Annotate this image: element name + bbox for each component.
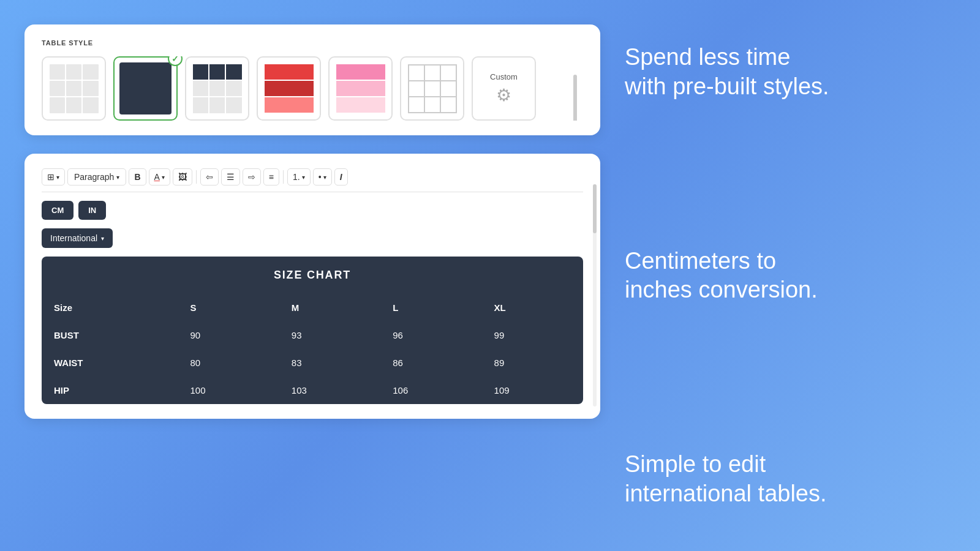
editor-toolbar: ⊞ ▾ Paragraph ▾ B A ▾ 🖼	[42, 168, 583, 192]
custom-label: Custom	[490, 72, 518, 81]
font-color-button[interactable]: A ▾	[149, 168, 170, 186]
size-chart-table: SIZE CHART Size S M L XL BUST 90 93	[42, 257, 583, 404]
feature-text-2: Centimeters toinches conversion.	[625, 247, 818, 305]
align-center-icon: ☰	[227, 172, 235, 182]
feature-text-3: Simple to editinternational tables.	[625, 450, 827, 508]
editor-scroll-bar[interactable]	[593, 184, 597, 407]
waist-s: 80	[178, 349, 279, 377]
panel-label: TABLE STYLE	[42, 39, 583, 47]
main-layout: TABLE STYLE	[0, 24, 980, 527]
hip-s: 100	[178, 377, 279, 404]
chart-title-row: SIZE CHART	[42, 257, 583, 294]
paragraph-label: Paragraph	[74, 172, 114, 182]
international-label: International	[50, 233, 97, 243]
chart-title: SIZE CHART	[42, 257, 583, 294]
waist-row: WAIST 80 83 86 89	[42, 349, 583, 377]
hip-m: 103	[279, 377, 380, 404]
table-icon: ⊞	[47, 172, 55, 182]
unit-buttons: CM IN	[42, 201, 583, 220]
style-option-header[interactable]	[185, 56, 249, 121]
table-style-panel: TABLE STYLE	[24, 24, 600, 135]
ordered-list-icon: 1.	[293, 172, 300, 182]
align-justify-button[interactable]: ≡	[263, 168, 279, 186]
right-column: Spend less timewith pre-built styles. Ce…	[625, 24, 956, 527]
feature-text-1: Spend less timewith pre-built styles.	[625, 43, 829, 101]
col-header-l: L	[380, 294, 481, 321]
pink-preview	[336, 64, 385, 113]
unordered-list-arrow: ▾	[323, 174, 326, 181]
font-color-arrow: ▾	[162, 174, 165, 181]
separator-1	[196, 170, 197, 184]
paragraph-dropdown[interactable]: Paragraph ▾	[67, 168, 126, 186]
red-preview	[265, 64, 314, 113]
paragraph-arrow: ▾	[116, 174, 119, 181]
separator-2	[283, 170, 284, 184]
editor-content: CM IN International ▾ SIZE CHART Siz	[42, 201, 583, 404]
align-right-button[interactable]: ⇨	[243, 168, 261, 186]
cm-button[interactable]: CM	[42, 201, 74, 220]
hip-l: 106	[380, 377, 481, 404]
align-right-icon: ⇨	[248, 172, 255, 182]
hip-label: HIP	[42, 377, 178, 404]
style-option-red[interactable]	[257, 56, 321, 121]
editor-scroll-thumb	[593, 184, 597, 233]
font-color-icon: A	[154, 172, 160, 182]
bust-m: 93	[279, 321, 380, 349]
col-header-xl: XL	[482, 294, 583, 321]
bold-icon: B	[134, 172, 140, 182]
bust-s: 90	[178, 321, 279, 349]
image-button[interactable]: 🖼	[173, 168, 192, 186]
header-row: Size S M L XL	[42, 294, 583, 321]
bust-label: BUST	[42, 321, 178, 349]
gear-icon: ⚙	[496, 85, 511, 105]
italic-button[interactable]: I	[334, 168, 348, 186]
waist-label: WAIST	[42, 349, 178, 377]
unordered-list-icon: •	[318, 172, 322, 182]
style-scroll-area: ✓	[42, 56, 583, 121]
ordered-list-arrow: ▾	[302, 174, 305, 181]
dark-preview	[119, 62, 172, 114]
style-option-custom[interactable]: Custom ⚙	[472, 56, 536, 121]
feature-block-1: Spend less timewith pre-built styles.	[625, 31, 956, 113]
col-header-s: S	[178, 294, 279, 321]
style-option-dark[interactable]: ✓	[113, 56, 178, 121]
bust-l: 96	[380, 321, 481, 349]
waist-l: 86	[380, 349, 481, 377]
bold-button[interactable]: B	[129, 168, 146, 186]
hip-row: HIP 100 103 106 109	[42, 377, 583, 404]
waist-xl: 89	[482, 349, 583, 377]
editor-panel: ⊞ ▾ Paragraph ▾ B A ▾ 🖼	[24, 154, 600, 419]
waist-m: 83	[279, 349, 380, 377]
ordered-list-button[interactable]: 1. ▾	[287, 168, 311, 186]
style-option-pink[interactable]	[328, 56, 393, 121]
feature-block-2: Centimeters toinches conversion.	[625, 234, 956, 317]
scroll-thumb	[573, 75, 577, 121]
outline-preview	[408, 64, 457, 113]
table-arrow: ▾	[56, 174, 59, 181]
image-icon: 🖼	[178, 172, 187, 182]
hip-xl: 109	[482, 377, 583, 404]
align-left-icon: ⇦	[206, 172, 213, 182]
italic-icon: I	[340, 172, 342, 182]
align-left-button[interactable]: ⇦	[200, 168, 219, 186]
header-preview	[193, 64, 242, 113]
feature-block-3: Simple to editinternational tables.	[625, 438, 956, 520]
bust-row: BUST 90 93 96 99	[42, 321, 583, 349]
left-column: TABLE STYLE	[24, 24, 600, 419]
style-option-outline[interactable]	[400, 56, 464, 121]
dropdown-arrow: ▾	[101, 235, 104, 242]
align-justify-icon: ≡	[269, 172, 274, 182]
table-button[interactable]: ⊞ ▾	[42, 168, 65, 186]
bust-xl: 99	[482, 321, 583, 349]
scroll-bar[interactable]	[573, 75, 577, 102]
style-option-plain[interactable]	[42, 56, 106, 121]
unordered-list-button[interactable]: • ▾	[313, 168, 332, 186]
col-header-size: Size	[42, 294, 178, 321]
col-header-m: M	[279, 294, 380, 321]
align-center-button[interactable]: ☰	[221, 168, 240, 186]
in-button[interactable]: IN	[78, 201, 106, 220]
mini-table-plain	[50, 64, 99, 113]
international-dropdown[interactable]: International ▾	[42, 228, 113, 248]
